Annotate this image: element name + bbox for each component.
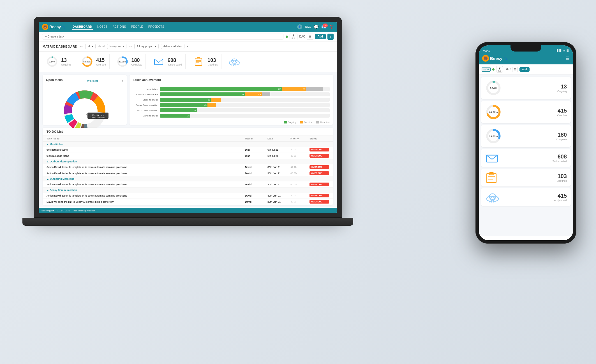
- main-content: 2.14% 13 Ongoing: [39, 52, 337, 208]
- stats-row: 2.14% 13 Ongoing: [39, 52, 337, 72]
- phone-complete-donut-svg: 29.61%: [485, 128, 502, 144]
- nav-notes[interactable]: NOTES: [97, 24, 108, 30]
- phone-logo: 🐻 Beesy 🐾: [482, 55, 508, 62]
- bar-label-0: Mes tâches: [133, 88, 158, 90]
- meetings-info: 103 Meetings: [207, 57, 218, 66]
- stat-cloud: [225, 54, 244, 69]
- legend-color-overdue: [300, 121, 303, 123]
- bar-chart: Mes tâches 767 86: [133, 86, 330, 119]
- status-dot: [286, 36, 288, 38]
- help-icon[interactable]: ❓: [329, 25, 334, 29]
- laptop: 🐻 Beesy 🐾 DASHBOARD NOTES ACTIONS PEOPLE…: [34, 17, 348, 330]
- logo-text: Beesy: [49, 25, 61, 29]
- add-button[interactable]: Add: [315, 34, 326, 39]
- bar-overdue-1: 1.3: [245, 92, 262, 96]
- phone-grid-icon[interactable]: ⊞: [512, 67, 518, 72]
- filter-about-select[interactable]: Everyone ▾: [107, 44, 126, 49]
- chat-icon[interactable]: 💬: [314, 25, 318, 29]
- phone-task-created-info: 608 Task created: [553, 153, 567, 163]
- nav-actions[interactable]: ACTIONS: [112, 24, 127, 30]
- meetings-label: Meetings: [207, 63, 218, 66]
- todo-table-header: Task name Owner Date Priority Status: [43, 136, 333, 142]
- advanced-filter-btn[interactable]: Advanced filter: [161, 44, 184, 49]
- phone-stat-task-created: 608 Task created: [481, 149, 571, 167]
- task-owner: David: [245, 183, 267, 186]
- date-badge: 7 JUL: [290, 33, 297, 40]
- phone-logo-bear: 🐻: [482, 55, 489, 62]
- todo-group-mes-taches: ▲ Mes tâches: [43, 142, 333, 147]
- phone-logo-text: Beesy: [490, 56, 502, 61]
- complete-number: 180: [131, 57, 142, 63]
- phone-complete-number: 180: [556, 132, 567, 138]
- svg-text:29.61%: 29.61%: [489, 135, 498, 138]
- bar-row-2: Chloe follow-up 38: [133, 98, 330, 102]
- complete-donut: 29.61%: [116, 55, 129, 68]
- task-priority: -10 00-: [290, 200, 309, 203]
- phone-task-created-number: 608: [553, 153, 567, 160]
- hamburger-menu-icon[interactable]: ☰: [566, 56, 570, 61]
- status-badge: OVERDUE: [309, 171, 329, 175]
- overdue-label: Overdue: [96, 63, 106, 66]
- laptop-base: [22, 218, 353, 226]
- todo-title: TO-DO List: [43, 128, 333, 136]
- phone-time: 09:41: [483, 49, 490, 52]
- task-owner: David: [245, 172, 267, 175]
- plus-button[interactable]: +: [327, 34, 334, 40]
- filter-bar: MATRIX DASHBOARD for all ▾ about Everyon…: [39, 41, 337, 52]
- legend-ongoing: Ongoing: [284, 121, 296, 123]
- phone-ongoing-label: Ongoing: [557, 90, 567, 93]
- task-priority: -10 00-: [290, 148, 309, 151]
- filter-project-select[interactable]: All my project ▾: [134, 44, 159, 49]
- phone-stat-project-end: 415 Project end: [481, 188, 571, 206]
- group-arrow-icon-4: ▲: [47, 189, 49, 192]
- nav-people[interactable]: PEOPLE: [131, 24, 144, 30]
- filter-for-select[interactable]: all ▾: [85, 44, 96, 49]
- filter-for2-label: for: [129, 45, 132, 48]
- phone-stat-complete: 29.61% 180 Complete: [481, 125, 571, 147]
- footer-training: Free Training Webinar: [73, 209, 95, 212]
- phone-cloud-icon: [485, 191, 500, 203]
- bar-label-4: 005- Communication: [133, 109, 158, 112]
- task-priority: -10 00-: [290, 183, 309, 186]
- ongoing-info: 13 Ongoing: [61, 57, 71, 66]
- bar-ongoing-2: 38: [160, 98, 211, 102]
- filter-for-value: all: [88, 45, 91, 48]
- toolbar: 7 JUL DAC ⊞ Add +: [39, 32, 337, 41]
- achievement-header: Tasks achievement: [133, 78, 330, 84]
- phone-notch: [510, 45, 541, 52]
- phone-main: 2.14% 13 Ongoing 69.26%: [479, 74, 573, 236]
- open-tasks-donut-svg: Mes tâches 162 (34.62%): [59, 86, 110, 128]
- date-month: JUL: [292, 37, 295, 39]
- bar-legend: Ongoing Overdue Complete: [133, 121, 330, 123]
- phone-meetings-info: 103 Meetings: [556, 173, 567, 182]
- open-tasks-title: Open tasks: [46, 78, 63, 81]
- task-date: 30th Jun 21: [267, 183, 290, 186]
- phone-complete-info: 180 Complete: [556, 132, 567, 141]
- user-avatar[interactable]: 👤: [297, 24, 302, 29]
- todo-section: TO-DO List Task name Owner Date Priority…: [43, 128, 333, 205]
- phone: 09:41 ▌▌▌ ≋ ▓ 🐻 Beesy 🐾 ☰: [475, 42, 576, 244]
- bar-row-1: 15000482-SKDI-ALES 53 1.3: [133, 92, 330, 96]
- complete-label: Complete: [131, 63, 142, 66]
- notification-icon[interactable]: 📧 18: [321, 25, 326, 29]
- phone-create-btn[interactable]: + Crt: [482, 67, 491, 72]
- task-name: test d'ajout de tache: [47, 155, 245, 157]
- stat-task-created: 608 Task created: [149, 54, 186, 69]
- grid-icon[interactable]: ⊞: [307, 34, 313, 40]
- status-badge: OVERDUE: [309, 154, 329, 158]
- wifi-icon: ≋: [563, 49, 565, 52]
- bar-row-4: 005- Communication 36: [133, 108, 330, 112]
- bar-row-5: David follow-up 15: [133, 114, 330, 118]
- task-date: 6th Jul 21: [267, 148, 290, 151]
- create-task-input[interactable]: [42, 34, 283, 39]
- by-project-link[interactable]: by project: [87, 80, 98, 82]
- bar-label-2: Chloe follow-up: [133, 99, 158, 101]
- nav-dashboard[interactable]: DASHBOARD: [72, 24, 93, 30]
- bar-track-1: 53 1.3: [160, 92, 330, 96]
- phone-add-btn[interactable]: Add: [519, 67, 530, 72]
- nav-items: DASHBOARD NOTES ACTIONS PEOPLE PROJECTS: [72, 24, 165, 30]
- bar-ongoing-5: 15: [160, 114, 190, 118]
- chevron-down-icon-4: ▾: [187, 45, 188, 48]
- nav-bar: 🐻 Beesy 🐾 DASHBOARD NOTES ACTIONS PEOPLE…: [39, 22, 337, 32]
- nav-projects[interactable]: PROJECTS: [148, 24, 165, 30]
